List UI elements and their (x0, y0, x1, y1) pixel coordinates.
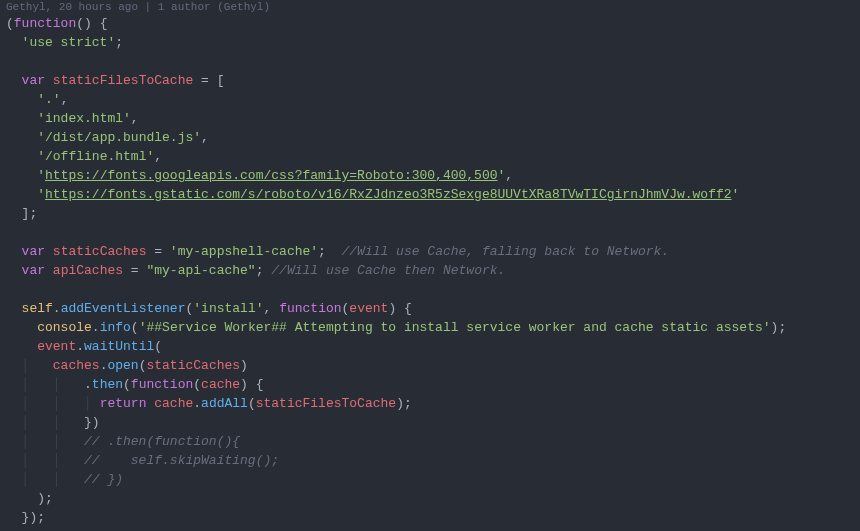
identifier-self: self (22, 301, 53, 316)
dot: . (76, 339, 84, 354)
string-use-strict: 'use strict' (22, 35, 116, 50)
indent-guide (6, 244, 22, 259)
code-line-empty (6, 280, 860, 299)
url-link[interactable]: https://fonts.gstatic.com/s/roboto/v16/R… (45, 187, 732, 202)
code-line: 'index.html', (6, 109, 860, 128)
paren: ) (396, 396, 404, 411)
paren: ( (6, 16, 14, 31)
comment: // }) (84, 472, 123, 487)
identifier: console (37, 320, 92, 335)
semi: ; (404, 396, 412, 411)
code-line: │ │ // .then(function(){ (6, 432, 860, 451)
method: waitUntil (84, 339, 154, 354)
brace: { (100, 16, 108, 31)
brace: { (256, 377, 264, 392)
identifier: caches (53, 358, 100, 373)
indent-guide (6, 301, 22, 316)
brace: } (84, 415, 92, 430)
paren: ( (154, 339, 162, 354)
identifier: staticCaches (53, 244, 147, 259)
string-quote: ' (732, 187, 740, 202)
operator-eq: = (193, 73, 216, 88)
keyword-return: return (100, 396, 147, 411)
space (92, 16, 100, 31)
indent-guide: │ │ (6, 377, 84, 392)
code-line: var staticCaches = 'my-appshell-cache'; … (6, 242, 860, 261)
keyword-var: var (22, 73, 45, 88)
paren: ) (92, 415, 100, 430)
paren: ) (84, 16, 92, 31)
keyword-function: function (131, 377, 193, 392)
string-quote: ' (37, 168, 45, 183)
dot: . (53, 301, 61, 316)
string-literal: 'install' (193, 301, 263, 316)
method: addAll (201, 396, 248, 411)
identifier: staticCaches (146, 358, 240, 373)
indent-guide (6, 510, 22, 525)
indent-guide: │ (6, 358, 53, 373)
indent-guide (6, 130, 37, 145)
method: info (100, 320, 131, 335)
indent-guide (6, 35, 22, 50)
indent-guide (6, 149, 37, 164)
keyword-function: function (14, 16, 76, 31)
code-line: │ │ │ return cache.addAll(staticFilesToC… (6, 394, 860, 413)
code-line: event.waitUntil( (6, 337, 860, 356)
code-line: │ │ }) (6, 413, 860, 432)
semi: ; (37, 510, 45, 525)
identifier: event (37, 339, 76, 354)
code-line: │ │ // }) (6, 470, 860, 489)
comment: // .then(function(){ (84, 434, 240, 449)
semi: ; (778, 320, 786, 335)
keyword-var: var (22, 263, 45, 278)
code-line: │ caches.open(staticCaches) (6, 356, 860, 375)
indent-guide (6, 92, 37, 107)
comma: , (201, 130, 209, 145)
keyword-var: var (22, 244, 45, 259)
indent-guide: │ │ │ (6, 396, 100, 411)
comment: //Will use Cache then Network. (271, 263, 505, 278)
code-line: ); (6, 489, 860, 508)
code-line: ]; (6, 204, 860, 223)
dot: . (193, 396, 201, 411)
code-line: 'use strict'; (6, 33, 860, 52)
identifier: cache (154, 396, 193, 411)
paren: ) (240, 377, 248, 392)
string-quote: ' (37, 187, 45, 202)
string-literal: 'index.html' (37, 111, 131, 126)
code-editor[interactable]: (function() { 'use strict'; var staticFi… (0, 14, 860, 527)
code-line-empty (6, 52, 860, 71)
paren: ( (248, 396, 256, 411)
comma: , (505, 168, 513, 183)
code-line: }); (6, 508, 860, 527)
semi: ; (29, 206, 37, 221)
url-link[interactable]: https://fonts.googleapis.com/css?family=… (45, 168, 497, 183)
operator-eq: = (123, 263, 146, 278)
string-literal: "my-api-cache" (146, 263, 255, 278)
paren: ( (131, 320, 139, 335)
bracket: [ (217, 73, 225, 88)
paren: ) (240, 358, 248, 373)
comment: //Will use Cache, falling back to Networ… (342, 244, 670, 259)
method: open (107, 358, 138, 373)
code-line: '/dist/app.bundle.js', (6, 128, 860, 147)
comma: , (131, 111, 139, 126)
indent-guide (6, 491, 37, 506)
comment: // self.skipWaiting(); (84, 453, 279, 468)
semi: ; (45, 491, 53, 506)
string-literal: 'my-appshell-cache' (170, 244, 318, 259)
codelens-annotation[interactable]: Gethyl, 20 hours ago | 1 author (Gethyl) (0, 0, 860, 14)
semi: ; (318, 244, 326, 259)
semi: ; (115, 35, 123, 50)
identifier: staticFilesToCache (53, 73, 193, 88)
string-literal: '.' (37, 92, 60, 107)
paren: ( (123, 377, 131, 392)
operator-eq: = (146, 244, 169, 259)
dot: . (84, 377, 92, 392)
indent-guide (6, 320, 37, 335)
paren: ( (193, 377, 201, 392)
method: addEventListener (61, 301, 186, 316)
code-line: '.', (6, 90, 860, 109)
code-line: │ │ .then(function(cache) { (6, 375, 860, 394)
indent-guide (6, 187, 37, 202)
